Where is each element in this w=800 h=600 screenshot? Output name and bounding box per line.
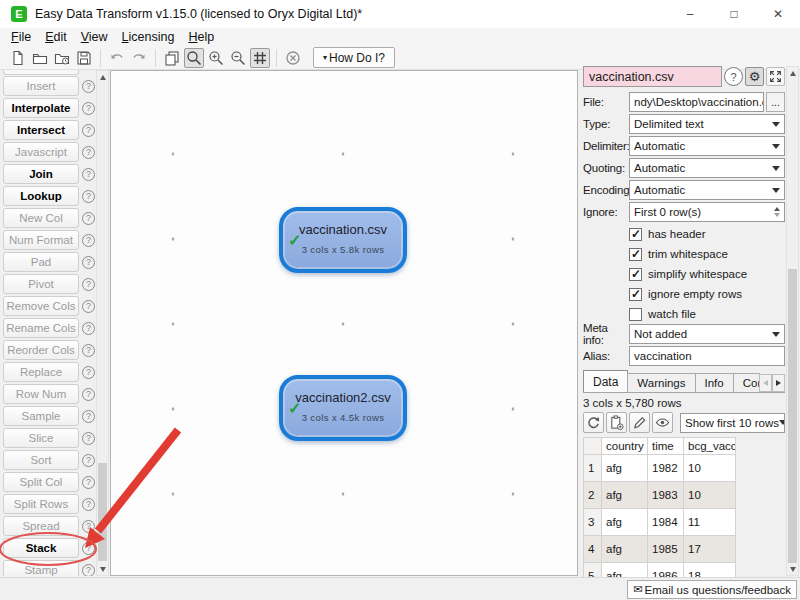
sidebar-item-javascript[interactable]: Javascript [3,142,79,162]
help-icon[interactable] [82,278,95,291]
sidebar-item-new-col[interactable]: New Col [3,208,79,228]
minimize-button[interactable]: – [668,0,712,28]
scroll-up-icon[interactable] [97,71,108,83]
sidebar-item-remove-cols[interactable]: Remove Cols [3,296,79,316]
help-icon[interactable] [82,366,95,379]
node-vaccination-csv[interactable]: ✓ vaccination.csv 3 cols x 5.8k rows [279,207,407,273]
meta-info-dropdown[interactable]: Not added [629,324,785,344]
menu-edit[interactable]: Edit [38,30,74,44]
help-icon[interactable] [82,190,95,203]
ignore-rows-spinner[interactable]: First 0 row(s) [629,202,785,222]
alias-input[interactable]: vaccination [629,346,785,366]
scroll-down-icon[interactable] [787,563,798,575]
canvas[interactable]: ✓ vaccination.csv 3 cols x 5.8k rows ✓ v… [110,70,578,576]
help-icon[interactable] [82,410,95,423]
duplicate-button[interactable] [162,48,182,68]
tab-comments[interactable]: Com [733,373,760,392]
sidebar-item-stack[interactable]: Stack [3,538,79,558]
how-do-i-button[interactable]: ▾ How Do I? [313,47,395,68]
sidebar-item-split-col[interactable]: Split Col [3,472,79,492]
copy-table-button[interactable] [606,412,627,433]
save-button[interactable] [74,48,94,68]
help-icon[interactable] [82,520,95,533]
help-icon[interactable] [82,124,95,137]
menu-view[interactable]: View [74,30,115,44]
show-rows-dropdown[interactable]: Show first 10 rows [680,413,785,433]
tab-info[interactable]: Info [695,373,734,392]
sidebar-item-pivot[interactable]: Pivot [3,274,79,294]
sidebar-item-intersect[interactable]: Intersect [3,120,79,140]
quoting-dropdown[interactable]: Automatic [629,158,785,178]
sidebar-item-reorder-cols[interactable]: Reorder Cols [3,340,79,360]
help-icon[interactable] [82,322,95,335]
help-icon[interactable] [82,454,95,467]
edit-button[interactable] [629,412,650,433]
help-icon[interactable] [82,256,95,269]
checkbox-icon[interactable] [629,248,642,261]
help-icon[interactable] [82,146,95,159]
checkbox-icon[interactable] [629,288,642,301]
sidebar-item-split-rows[interactable]: Split Rows [3,494,79,514]
gear-icon[interactable]: ⚙ [745,67,764,86]
redo-button[interactable] [129,48,149,68]
sidebar-item-sort[interactable]: Sort [3,450,79,470]
refresh-button[interactable] [583,412,604,433]
checkbox-icon[interactable] [629,228,642,241]
help-icon[interactable] [82,102,95,115]
delimiter-dropdown[interactable]: Automatic [629,136,785,156]
checkbox-has-header[interactable]: has header [629,224,785,244]
sidebar-item-sample[interactable]: Sample [3,406,79,426]
sidebar-item-row-num[interactable]: Row Num [3,384,79,404]
sidebar-item-stamp[interactable]: Stamp [3,560,79,576]
zoom-out-button[interactable] [228,48,248,68]
menu-help[interactable]: Help [181,30,221,44]
tab-warnings[interactable]: Warnings [627,373,695,392]
cancel-button[interactable] [283,48,303,68]
scroll-down-icon[interactable] [97,563,108,575]
tab-scroll-right-icon[interactable] [772,374,785,392]
tab-scroll-left-icon[interactable] [759,374,772,392]
help-icon[interactable] [82,344,95,357]
sidebar-item-pad[interactable]: Pad [3,252,79,272]
undo-button[interactable] [107,48,127,68]
tab-data[interactable]: Data [583,370,628,392]
sidebar-item-insert[interactable]: Insert [3,76,79,96]
scrollbar-thumb[interactable] [788,269,797,563]
sidebar-item-replace[interactable]: Replace [3,362,79,382]
inspector-scrollbar[interactable] [786,66,799,576]
sidebar-item-spread[interactable]: Spread [3,516,79,536]
browse-button[interactable]: ... [766,92,785,112]
help-icon[interactable] [82,476,95,489]
open-recent-button[interactable] [52,48,72,68]
expand-icon[interactable] [766,67,785,86]
sidebar-item-lookup[interactable]: Lookup [3,186,79,206]
spin-down-icon[interactable] [774,213,780,217]
type-dropdown[interactable]: Delimited text [629,114,785,134]
sidebar-item-slice[interactable]: Slice [3,428,79,448]
email-feedback-button[interactable]: ✉ Email us questions/feedback [627,580,797,599]
sidebar-scrollbar[interactable] [96,70,109,576]
help-icon[interactable] [82,300,95,313]
help-icon[interactable] [82,432,95,445]
checkbox-icon[interactable] [629,268,642,281]
sidebar-item-join[interactable]: Join [3,164,79,184]
scroll-up-icon[interactable] [787,67,798,79]
table-row[interactable]: 3afg198411 [584,509,736,536]
sidebar-item-interpolate[interactable]: Interpolate [3,98,79,118]
checkbox-simplify-whitespace[interactable]: simplify whitespace [629,264,785,284]
checkbox-ignore-empty-rows[interactable]: ignore empty rows [629,284,785,304]
view-button[interactable] [652,412,673,433]
menu-licensing[interactable]: Licensing [115,30,182,44]
help-icon[interactable] [82,498,95,511]
maximize-button[interactable]: □ [712,0,756,28]
spin-up-icon[interactable] [774,207,780,211]
file-path-input[interactable]: ndy\Desktop\vaccination.csv [629,92,764,112]
checkbox-trim-whitespace[interactable]: trim whitespace [629,244,785,264]
toggle-grid-button[interactable] [250,48,270,68]
help-icon[interactable] [82,388,95,401]
sidebar-item-rename-cols[interactable]: Rename Cols [3,318,79,338]
close-button[interactable]: ✕ [756,0,800,28]
help-icon[interactable] [82,542,95,555]
help-icon[interactable] [82,564,95,577]
help-icon[interactable] [82,212,95,225]
